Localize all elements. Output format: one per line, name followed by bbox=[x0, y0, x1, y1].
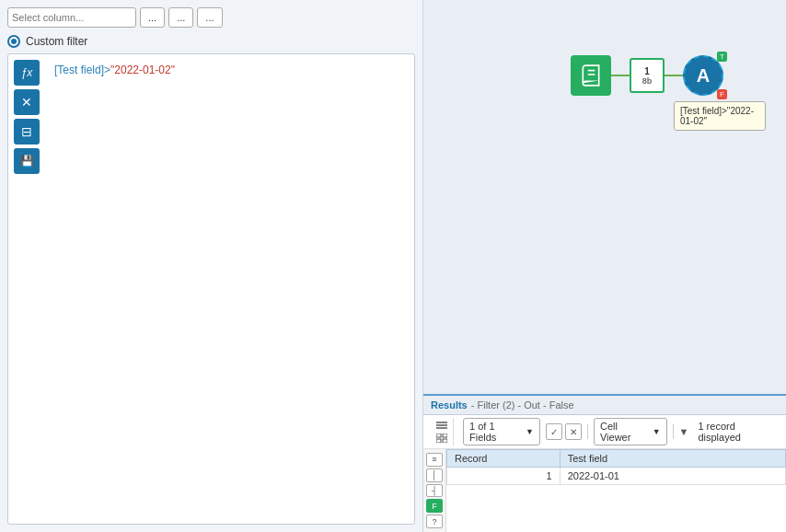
filter-node-icon: A bbox=[697, 65, 710, 87]
col-header-testfield: Test field bbox=[560, 450, 785, 468]
results-table-header-row: Record Test field bbox=[447, 450, 786, 468]
top-bar-btn-3[interactable]: ... bbox=[197, 7, 222, 28]
row-select-icon[interactable]: ≡ bbox=[426, 453, 443, 467]
results-panel: Results - Filter (2) - Out - False 1 of … bbox=[423, 394, 786, 532]
check-all-btn[interactable]: ✓ bbox=[546, 423, 562, 440]
results-table-body: 1 2022-01-01 bbox=[447, 468, 786, 485]
results-left-icons bbox=[431, 418, 454, 445]
save-tool-btn[interactable]: 💾 bbox=[14, 148, 40, 174]
results-table-container[interactable]: Record Test field 1 2022-01-01 bbox=[446, 449, 786, 532]
filter-badge-true: T bbox=[717, 52, 727, 62]
row-action-icon[interactable]: │ bbox=[426, 468, 443, 482]
right-panel: 1 8b A T F [Test field]>"2022-01-02" bbox=[423, 0, 786, 532]
filter-node[interactable]: A T F [Test field]>"2022-01-02" bbox=[683, 55, 723, 96]
toolbar-divider-2 bbox=[673, 424, 674, 439]
cell-viewer-chevron-icon: ▼ bbox=[653, 427, 661, 436]
row-expand-icon[interactable]: ┤ bbox=[426, 484, 443, 498]
results-table-head: Record Test field bbox=[447, 450, 786, 468]
filter-toolbar: ƒx ✕ ⊟ 💾 bbox=[14, 60, 40, 174]
row-help-icon[interactable]: ? bbox=[426, 515, 443, 528]
filter-editor: ƒx ✕ ⊟ 💾 [Test field]>"2022-01-02" bbox=[7, 53, 415, 525]
record-count: 1 record displayed bbox=[698, 421, 779, 443]
filter-value: "2022-01-02" bbox=[110, 64, 175, 76]
filter-indicator-icon: ▼ bbox=[679, 426, 689, 437]
results-side-icons: ≡ │ ┤ F ? bbox=[423, 449, 446, 532]
connector-2 bbox=[665, 75, 683, 76]
results-subtitle: - Filter (2) - Out - False bbox=[471, 399, 574, 411]
table-row[interactable]: 1 2022-01-01 bbox=[447, 468, 786, 485]
filter-field-name: [Test field]> bbox=[54, 64, 110, 76]
formula-tool-btn[interactable]: ƒx bbox=[14, 60, 40, 86]
input-node-icon bbox=[571, 55, 611, 96]
filter-expression: [Test field]>"2022-01-02" bbox=[54, 64, 405, 76]
custom-filter-row: Custom filter bbox=[7, 35, 415, 48]
fields-chevron-icon: ▼ bbox=[526, 427, 534, 436]
results-content: ≡ │ ┤ F ? Record Test field bbox=[423, 449, 786, 532]
svg-rect-7 bbox=[436, 439, 441, 443]
cell-record-1: 1 bbox=[447, 468, 561, 485]
results-title: Results bbox=[431, 399, 468, 411]
fields-label: 1 of 1 Fields bbox=[469, 421, 523, 443]
col-header-record: Record bbox=[447, 450, 561, 468]
cell-viewer-dropdown[interactable]: Cell Viewer ▼ bbox=[594, 418, 667, 445]
transform-label-1: 1 bbox=[644, 66, 650, 76]
connector-1 bbox=[611, 75, 630, 76]
cell-testfield-1: 2022-01-01 bbox=[560, 468, 785, 485]
results-table: Record Test field 1 2022-01-01 bbox=[446, 449, 786, 485]
svg-rect-5 bbox=[436, 434, 441, 437]
top-bar-btn-1[interactable]: ... bbox=[140, 7, 165, 28]
top-bar-btn-2[interactable]: ... bbox=[168, 7, 193, 28]
results-toolbar: 1 of 1 Fields ▼ ✓ ✕ Cell Viewer ▼ ▼ 1 re… bbox=[423, 415, 786, 449]
custom-filter-label: Custom filter bbox=[26, 35, 87, 48]
row-filter-icon[interactable]: F bbox=[426, 499, 443, 513]
filter-expression-area: [Test field]>"2022-01-02" bbox=[51, 60, 409, 80]
results-header: Results - Filter (2) - Out - False bbox=[423, 396, 786, 415]
minus-tool-btn[interactable]: ⊟ bbox=[14, 119, 40, 145]
canvas-area[interactable]: 1 8b A T F [Test field]>"2022-01-02" bbox=[423, 0, 786, 394]
fields-dropdown[interactable]: 1 of 1 Fields ▼ bbox=[463, 418, 540, 445]
custom-filter-radio[interactable] bbox=[7, 35, 20, 48]
transform-node[interactable]: 1 8b bbox=[630, 58, 665, 93]
transform-node-box: 1 8b bbox=[630, 58, 665, 93]
left-panel: ... ... ... Custom filter ƒx ✕ ⊟ 💾 [Test… bbox=[0, 0, 423, 532]
filter-badge-false: F bbox=[717, 89, 727, 99]
filter-node-circle: A T F bbox=[683, 55, 723, 96]
top-bar: ... ... ... bbox=[7, 7, 415, 28]
cell-viewer-label: Cell Viewer bbox=[600, 421, 650, 443]
uncheck-all-btn[interactable]: ✕ bbox=[565, 423, 582, 440]
svg-rect-8 bbox=[443, 439, 447, 443]
column-select-input[interactable] bbox=[7, 7, 136, 28]
clear-tool-btn[interactable]: ✕ bbox=[14, 89, 40, 115]
list-view-icon[interactable] bbox=[434, 420, 449, 431]
transform-label-2: 8b bbox=[642, 76, 653, 86]
filter-tooltip: [Test field]>"2022-01-02" bbox=[674, 101, 766, 131]
workflow-container: 1 8b A T F [Test field]>"2022-01-02" bbox=[571, 55, 723, 96]
svg-rect-6 bbox=[443, 434, 447, 437]
table-view-icon[interactable] bbox=[434, 433, 449, 444]
toolbar-divider bbox=[587, 424, 588, 439]
main-layout: ... ... ... Custom filter ƒx ✕ ⊟ 💾 [Test… bbox=[0, 0, 786, 532]
check-icons: ✓ ✕ bbox=[546, 423, 582, 440]
input-node[interactable] bbox=[571, 55, 611, 96]
